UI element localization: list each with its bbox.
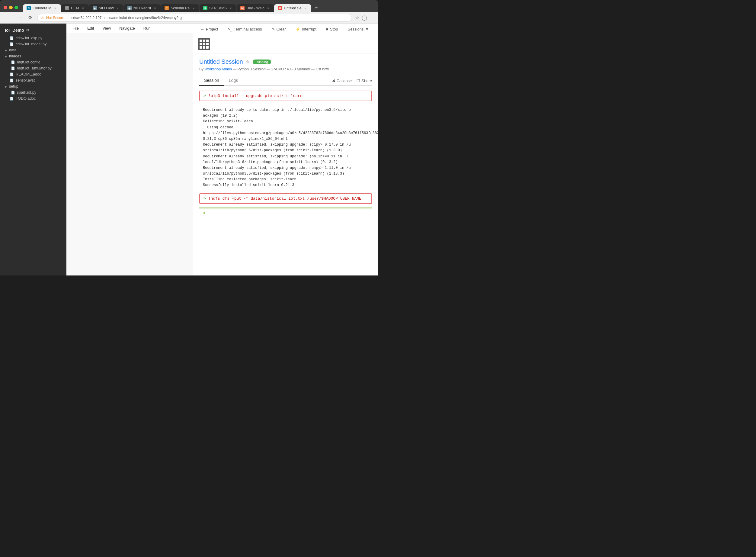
address-input[interactable]: ⚠ Not Secure | cdsw.54.202.2.197.nip.io/… xyxy=(37,14,352,22)
folder-arrow-icon: ▶ xyxy=(5,55,7,58)
terminal-button[interactable]: >_ Terminal access xyxy=(225,26,264,32)
schema-r-tab-close[interactable]: × xyxy=(191,6,195,10)
edit-icon[interactable]: ✎ xyxy=(246,59,250,64)
sessions-button[interactable]: Sessions ▼ xyxy=(345,26,372,32)
user-icon[interactable]: ◯ xyxy=(362,15,367,21)
forward-button[interactable]: → xyxy=(15,14,24,21)
tab-cloudera[interactable]: C Cloudera M × xyxy=(23,4,61,12)
streams-tab-label: STREAMS xyxy=(209,6,227,10)
nifi-reg-tab-close[interactable]: × xyxy=(153,6,157,10)
new-tab-button[interactable]: + xyxy=(311,3,321,12)
tab-nifi-reg[interactable]: ◈ NiFi Regist × xyxy=(124,4,161,12)
tab-streams[interactable]: ❋ STREAMS × xyxy=(200,4,236,12)
streams-tab-icon: ❋ xyxy=(203,6,207,10)
clear-button[interactable]: ✎ Clear xyxy=(269,26,288,32)
sidebar-folder-images[interactable]: ▶ images xyxy=(0,53,66,59)
folder-arrow-icon: ▶ xyxy=(5,85,7,88)
project-button[interactable]: ← Project xyxy=(198,26,220,32)
tab-schema-r[interactable]: ⬡ Schema Re × xyxy=(161,4,199,12)
app-grid-icon[interactable] xyxy=(198,38,210,50)
session-tabs: Session Logs ✖ Collapse ❐ Share xyxy=(199,76,372,86)
sidebar-item-mqtt-simulator[interactable]: 📄 mqtt.iot_simulator.py xyxy=(0,65,66,71)
hue-tab-close[interactable]: × xyxy=(266,6,270,10)
cem-tab-close[interactable]: × xyxy=(81,6,85,10)
schema-r-tab-label: Schema Re xyxy=(171,6,190,10)
nifi-reg-tab-label: NiFi Regist xyxy=(133,6,151,10)
menu-run[interactable]: Run xyxy=(142,25,152,31)
cem-tab-label: CEM xyxy=(71,6,79,10)
file-icon: 📄 xyxy=(11,60,15,64)
sidebar-item-spark-iot[interactable]: 📄 spark.iot.py xyxy=(0,89,66,95)
share-icon: ❐ xyxy=(357,79,360,83)
file-icon: 📄 xyxy=(10,72,14,77)
file-icon: 📄 xyxy=(10,97,14,100)
bookmark-icon[interactable]: ☆ xyxy=(355,15,359,21)
security-label: Not Secure xyxy=(46,16,64,20)
title-bar: C Cloudera M × ⊙ CEM × ◈ NiFi Flow × ◈ N… xyxy=(0,0,378,12)
close-button[interactable] xyxy=(4,6,7,9)
session-tab-actions: ✖ Collapse ❐ Share xyxy=(332,79,372,83)
code-cell-1-content[interactable]: > !pip3 install --upgrade pip scikit-lea… xyxy=(200,91,371,100)
collapse-icon: ✖ xyxy=(332,79,335,83)
stop-button[interactable]: ■ Stop xyxy=(324,26,340,32)
minimize-button[interactable] xyxy=(9,6,13,9)
url-text: cdsw.54.202.2.197.nip.io/admin/iot-demo/… xyxy=(71,16,182,20)
untitled-session-tab-close[interactable]: × xyxy=(303,6,308,10)
menu-file[interactable]: File xyxy=(71,25,80,31)
menu-navigate[interactable]: Navigate xyxy=(118,25,136,31)
terminal-icon: >_ xyxy=(228,27,232,31)
author-link[interactable]: Workshop Admin xyxy=(204,67,232,71)
collapse-button[interactable]: ✖ Collapse xyxy=(332,79,352,83)
project-icon: ← xyxy=(201,27,204,31)
back-button[interactable]: ← xyxy=(4,14,12,21)
sidebar-item-cdsw-iot-model[interactable]: 📄 cdsw.iot_model.py xyxy=(0,41,66,47)
cloudera-tab-close[interactable]: × xyxy=(53,6,57,10)
fullscreen-button[interactable] xyxy=(14,6,18,9)
menu-edit[interactable]: Edit xyxy=(86,25,95,31)
code-cell-1: > !pip3 install --upgrade pip scikit-lea… xyxy=(199,91,372,101)
file-icon: 📄 xyxy=(10,79,14,83)
code-cell-2: > !hdfs dfs -put -f data/historical_iot.… xyxy=(199,193,372,204)
code-cell-2-content[interactable]: > !hdfs dfs -put -f data/historical_iot.… xyxy=(200,194,371,203)
cell-prompt-2: > xyxy=(204,196,206,201)
traffic-lights xyxy=(4,6,18,9)
nifi-flow-tab-close[interactable]: × xyxy=(116,6,120,10)
stop-icon: ■ xyxy=(326,27,329,31)
nifi-flow-tab-label: NiFi Flow xyxy=(99,6,114,10)
tab-nifi-flow[interactable]: ◈ NiFi Flow × xyxy=(89,4,123,12)
sidebar-folder-setup[interactable]: ▶ setup xyxy=(0,83,66,89)
menu-bar: File Edit View Navigate Run xyxy=(66,24,193,33)
tab-session[interactable]: Session xyxy=(199,76,224,86)
menu-icon[interactable]: ⋮ xyxy=(369,15,374,21)
sidebar-item-mqtt-config[interactable]: 📄 mqtt.iot.config xyxy=(0,59,66,65)
editor-content xyxy=(66,33,193,275)
content-area: File Edit View Navigate Run ← Project xyxy=(66,24,378,275)
file-icon: 📄 xyxy=(10,36,14,40)
hue-tab-label: Hue - Welc xyxy=(246,6,264,10)
tab-logs[interactable]: Logs xyxy=(224,76,243,86)
streams-tab-close[interactable]: × xyxy=(229,6,233,10)
sidebar-item-todo[interactable]: 📄 TODO.adoc xyxy=(0,95,66,101)
reload-button[interactable]: ⟳ xyxy=(27,14,34,21)
schema-r-tab-icon: ⬡ xyxy=(164,6,169,10)
sidebar-item-readme[interactable]: 📄 README.adoc xyxy=(0,71,66,77)
main-layout: IoT Demo ↻ 📄 cdsw.iot_exp.py 📄 cdsw.iot_… xyxy=(0,24,378,275)
share-button[interactable]: ❐ Share xyxy=(357,79,372,83)
menu-view[interactable]: View xyxy=(101,25,112,31)
refresh-icon[interactable]: ↻ xyxy=(26,28,29,32)
cem-tab-icon: ⊙ xyxy=(65,6,69,10)
tab-untitled-session[interactable]: U Untitled Se × xyxy=(274,4,311,12)
untitled-session-tab-label: Untitled Se xyxy=(284,6,302,10)
browser-chrome: C Cloudera M × ⊙ CEM × ◈ NiFi Flow × ◈ N… xyxy=(0,0,378,24)
session-area: Untitled Session ✎ Running By Workshop A… xyxy=(193,54,378,275)
new-cell-area[interactable]: > xyxy=(199,207,372,218)
cloudera-tab-label: Cloudera M xyxy=(33,6,51,10)
cell-code-1: !pip3 install --upgrade pip scikit-learn xyxy=(208,94,303,98)
tab-cem[interactable]: ⊙ CEM × xyxy=(61,4,89,12)
sidebar-item-sensor[interactable]: 📄 sensor.avsc xyxy=(0,77,66,83)
interrupt-button[interactable]: ⚡ Interrupt xyxy=(293,26,319,32)
sidebar-item-cdsw-iot-exp[interactable]: 📄 cdsw.iot_exp.py xyxy=(0,35,66,41)
tab-hue[interactable]: h| Hue - Welc × xyxy=(237,4,274,12)
sidebar-folder-data[interactable]: ▶ data xyxy=(0,47,66,53)
clear-icon: ✎ xyxy=(272,27,275,31)
